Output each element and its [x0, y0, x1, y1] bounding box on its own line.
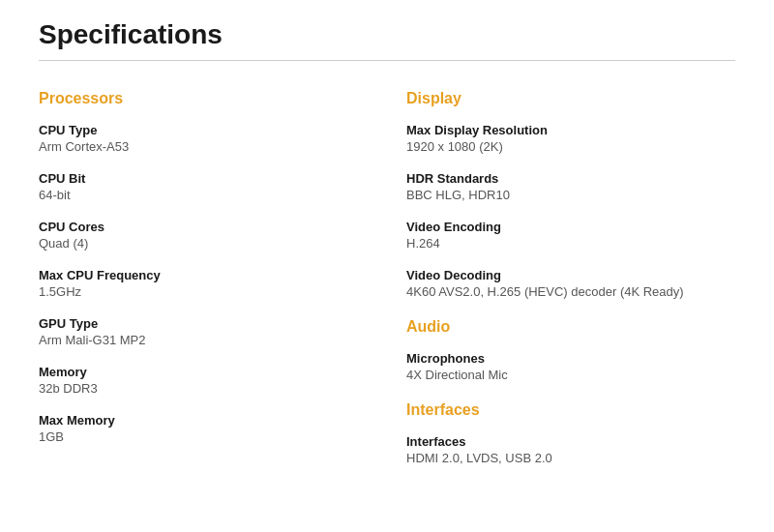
spec-item-video-decoding: Video Decoding 4K60 AVS2.0, H.265 (HEVC)…	[406, 268, 735, 299]
spec-label-max-memory: Max Memory	[39, 413, 368, 428]
spec-value-cpu-bit: 64-bit	[39, 188, 368, 202]
spec-label-hdr-standards: HDR Standards	[406, 171, 735, 186]
spec-item-interfaces: Interfaces HDMI 2.0, LVDS, USB 2.0	[406, 434, 735, 465]
spec-item-hdr-standards: HDR Standards BBC HLG, HDR10	[406, 171, 735, 202]
page-title: Specifications	[39, 19, 735, 50]
spec-value-video-encoding: H.264	[406, 236, 735, 251]
display-heading: Display	[406, 90, 735, 107]
processors-heading: Processors	[39, 90, 368, 107]
specs-container: Processors CPU Type Arm Cortex-A53 CPU B…	[39, 90, 735, 483]
spec-item-cpu-cores: CPU Cores Quad (4)	[39, 220, 368, 251]
spec-value-max-cpu-freq: 1.5GHz	[39, 284, 368, 299]
spec-value-cpu-type: Arm Cortex-A53	[39, 139, 368, 154]
spec-label-video-encoding: Video Encoding	[406, 220, 735, 234]
spec-value-max-memory: 1GB	[39, 429, 368, 444]
spec-value-gpu-type: Arm Mali-G31 MP2	[39, 333, 368, 347]
spec-label-gpu-type: GPU Type	[39, 316, 368, 331]
spec-item-max-memory: Max Memory 1GB	[39, 413, 368, 444]
spec-label-interfaces: Interfaces	[406, 434, 735, 449]
spec-label-cpu-bit: CPU Bit	[39, 171, 368, 186]
spec-item-max-display-res: Max Display Resolution 1920 x 1080 (2K)	[406, 123, 735, 154]
audio-section: Audio Microphones 4X Directional Mic	[406, 318, 735, 382]
spec-item-memory: Memory 32b DDR3	[39, 365, 368, 396]
spec-value-microphones: 4X Directional Mic	[406, 368, 735, 382]
spec-label-microphones: Microphones	[406, 351, 735, 366]
interfaces-heading: Interfaces	[406, 401, 735, 419]
display-section: Display Max Display Resolution 1920 x 10…	[406, 90, 735, 299]
spec-item-max-cpu-freq: Max CPU Frequency 1.5GHz	[39, 268, 368, 299]
spec-item-cpu-bit: CPU Bit 64-bit	[39, 171, 368, 202]
spec-value-memory: 32b DDR3	[39, 381, 368, 396]
spec-value-max-display-res: 1920 x 1080 (2K)	[406, 139, 735, 154]
processors-section: Processors CPU Type Arm Cortex-A53 CPU B…	[39, 90, 368, 444]
spec-label-max-display-res: Max Display Resolution	[406, 123, 735, 137]
spec-item-cpu-type: CPU Type Arm Cortex-A53	[39, 123, 368, 154]
spec-label-cpu-type: CPU Type	[39, 123, 368, 137]
audio-heading: Audio	[406, 318, 735, 336]
spec-label-video-decoding: Video Decoding	[406, 268, 735, 282]
spec-item-gpu-type: GPU Type Arm Mali-G31 MP2	[39, 316, 368, 347]
left-column: Processors CPU Type Arm Cortex-A53 CPU B…	[39, 90, 368, 483]
spec-label-memory: Memory	[39, 365, 368, 379]
interfaces-section: Interfaces Interfaces HDMI 2.0, LVDS, US…	[406, 401, 735, 465]
spec-item-video-encoding: Video Encoding H.264	[406, 220, 735, 251]
spec-item-microphones: Microphones 4X Directional Mic	[406, 351, 735, 382]
spec-value-cpu-cores: Quad (4)	[39, 236, 368, 251]
spec-label-max-cpu-freq: Max CPU Frequency	[39, 268, 368, 282]
spec-value-hdr-standards: BBC HLG, HDR10	[406, 188, 735, 202]
right-column: Display Max Display Resolution 1920 x 10…	[406, 90, 735, 483]
spec-value-video-decoding: 4K60 AVS2.0, H.265 (HEVC) decoder (4K Re…	[406, 284, 735, 299]
title-divider	[39, 60, 735, 61]
spec-value-interfaces: HDMI 2.0, LVDS, USB 2.0	[406, 451, 735, 465]
spec-label-cpu-cores: CPU Cores	[39, 220, 368, 234]
